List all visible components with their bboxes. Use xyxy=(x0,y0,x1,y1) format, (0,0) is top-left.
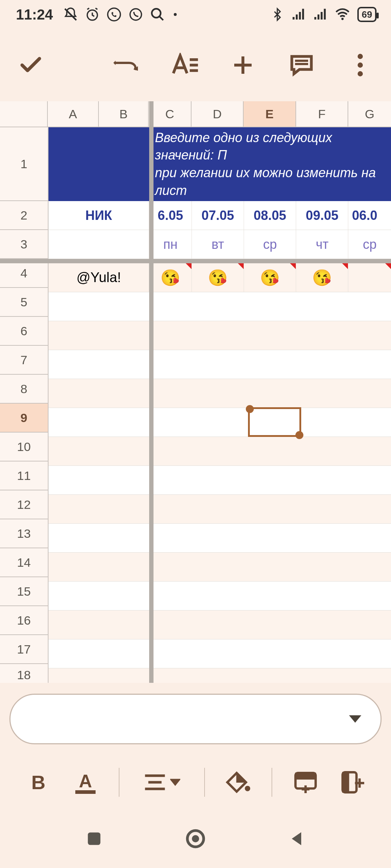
fill-color-button[interactable] xyxy=(224,768,253,797)
cell-c2[interactable]: 6.05 xyxy=(149,201,192,230)
battery-indicator: 69 xyxy=(357,7,377,22)
note-flag-icon xyxy=(342,263,348,269)
instruction-banner[interactable]: Введите одно из следующих значений: П пр… xyxy=(49,127,391,201)
row-9[interactable] xyxy=(49,408,391,437)
cell-d2[interactable]: 07.05 xyxy=(192,201,244,230)
col-header-g[interactable]: G xyxy=(348,101,391,127)
col-header-e[interactable]: E xyxy=(244,101,296,127)
undo-button[interactable] xyxy=(109,49,142,81)
cell-e2[interactable]: 08.05 xyxy=(244,201,296,230)
note-flag-icon xyxy=(238,263,244,269)
row-5[interactable] xyxy=(49,292,391,321)
col-header-a[interactable]: A xyxy=(48,101,99,127)
row-12[interactable] xyxy=(49,495,391,524)
toolbar-separator xyxy=(272,768,272,797)
insert-row-button[interactable] xyxy=(291,768,320,797)
row-header-3[interactable]: 3 xyxy=(0,230,48,259)
android-nav-bar xyxy=(0,809,391,868)
emoji-icon: 😘 xyxy=(260,268,280,287)
formula-input[interactable] xyxy=(32,711,341,727)
recent-apps-button[interactable] xyxy=(80,824,109,853)
overflow-menu-button[interactable] xyxy=(344,49,377,81)
row-header-column: 1 2 3 4 5 6 7 8 9 10 11 12 13 14 15 16 1… xyxy=(0,127,49,683)
row-header-11[interactable]: 11 xyxy=(0,461,48,490)
comment-button[interactable] xyxy=(285,49,318,81)
row-header-18[interactable]: 18 xyxy=(0,664,48,683)
row-13[interactable] xyxy=(49,524,391,553)
add-button[interactable] xyxy=(227,49,259,81)
cell-d3[interactable]: вт xyxy=(192,230,244,259)
column-header-row: A B C D E F G xyxy=(0,101,391,127)
text-color-button[interactable]: A xyxy=(71,768,100,797)
cell-e4[interactable]: 😘 xyxy=(244,263,296,292)
selected-cell-outline[interactable] xyxy=(248,407,301,437)
more-notifications-dot xyxy=(174,13,177,16)
row-7[interactable] xyxy=(49,350,391,379)
spreadsheet-area[interactable]: A B C D E F G 1 2 3 4 5 6 7 8 9 10 11 12… xyxy=(0,101,391,683)
cell-f2[interactable]: 09.05 xyxy=(296,201,348,230)
svg-point-15 xyxy=(358,63,363,68)
align-button[interactable] xyxy=(138,768,185,797)
row-header-5[interactable]: 5 xyxy=(0,288,48,317)
row-18[interactable] xyxy=(49,668,391,683)
note-flag-icon xyxy=(290,263,296,269)
cell-g4[interactable] xyxy=(348,263,391,292)
formula-bar[interactable] xyxy=(9,694,382,744)
cell-g2[interactable]: 06.0 xyxy=(348,201,391,230)
format-toolbar: B A xyxy=(0,755,391,809)
cell-b3[interactable] xyxy=(49,230,149,259)
cell-c3[interactable]: пн xyxy=(149,230,192,259)
row-11[interactable] xyxy=(49,466,391,495)
svg-point-2 xyxy=(108,8,121,21)
cell-f3[interactable]: чт xyxy=(296,230,348,259)
col-header-f[interactable]: F xyxy=(296,101,348,127)
row-header-1[interactable]: 1 xyxy=(0,127,48,201)
col-header-c[interactable]: C xyxy=(149,101,192,127)
row-10[interactable] xyxy=(49,437,391,466)
cell-d4[interactable]: 😘 xyxy=(192,263,244,292)
row-header-17[interactable]: 17 xyxy=(0,635,48,664)
row-8[interactable] xyxy=(49,379,391,408)
cell-g3[interactable]: ср xyxy=(348,230,391,259)
text-format-button[interactable] xyxy=(168,49,201,81)
bold-button[interactable]: B xyxy=(24,768,53,797)
cell-b4[interactable]: @Yula! xyxy=(49,263,149,292)
selection-handle-br[interactable] xyxy=(295,431,303,439)
home-button[interactable] xyxy=(181,824,210,853)
row-header-9[interactable]: 9 xyxy=(0,404,48,433)
selection-handle-tl[interactable] xyxy=(246,405,254,413)
row-header-2[interactable]: 2 xyxy=(0,201,48,230)
row-16[interactable] xyxy=(49,610,391,639)
row-17[interactable] xyxy=(49,639,391,668)
row-header-10[interactable]: 10 xyxy=(0,433,48,461)
col-header-b[interactable]: B xyxy=(99,101,149,127)
freeze-line-vertical[interactable] xyxy=(149,101,154,683)
row-header-16[interactable]: 16 xyxy=(0,606,48,635)
formula-expand-button[interactable] xyxy=(348,712,362,726)
row-15[interactable] xyxy=(49,582,391,610)
cell-f4[interactable]: 😘 xyxy=(296,263,348,292)
row-header-12[interactable]: 12 xyxy=(0,490,48,519)
row-header-13[interactable]: 13 xyxy=(0,519,48,548)
row-6[interactable] xyxy=(49,321,391,350)
freeze-line-horizontal[interactable] xyxy=(0,259,391,263)
sheet-corner[interactable] xyxy=(0,101,48,127)
col-header-d[interactable]: D xyxy=(192,101,244,127)
insert-column-button[interactable] xyxy=(338,768,367,797)
wifi-icon xyxy=(334,7,351,22)
svg-point-16 xyxy=(358,72,363,76)
back-button[interactable] xyxy=(282,824,311,853)
cell-b2[interactable]: НИК xyxy=(49,201,149,230)
cell-grid[interactable]: Введите одно из следующих значений: П пр… xyxy=(49,127,391,683)
row-header-8[interactable]: 8 xyxy=(0,375,48,404)
row-header-4[interactable]: 4 xyxy=(0,259,48,288)
svg-point-20 xyxy=(245,786,250,791)
cell-c4[interactable]: 😘 xyxy=(149,263,192,292)
row-header-15[interactable]: 15 xyxy=(0,577,48,606)
row-header-14[interactable]: 14 xyxy=(0,548,48,577)
accept-button[interactable] xyxy=(14,49,47,81)
row-header-7[interactable]: 7 xyxy=(0,346,48,375)
row-14[interactable] xyxy=(49,553,391,582)
row-header-6[interactable]: 6 xyxy=(0,317,48,346)
cell-e3[interactable]: ср xyxy=(244,230,296,259)
